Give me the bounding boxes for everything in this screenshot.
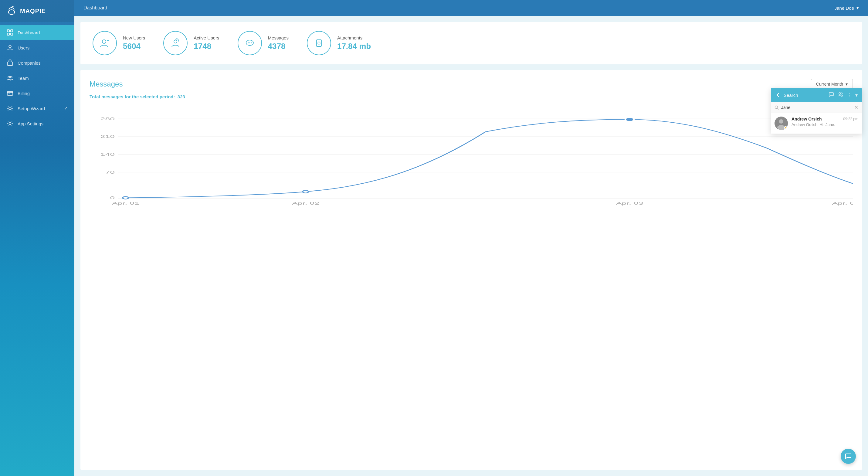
svg-point-21: [248, 42, 249, 43]
svg-rect-4: [11, 33, 13, 35]
sidebar: MAQPIE Dashboard Users Compa: [0, 0, 74, 476]
svg-point-13: [9, 107, 11, 110]
svg-point-14: [9, 123, 11, 125]
messages-section-title: Messages: [90, 80, 123, 88]
svg-text:Apr, 03: Apr, 03: [616, 201, 643, 205]
page-title: Dashboard: [84, 5, 107, 11]
chat-float-button[interactable]: [841, 449, 856, 464]
svg-point-8: [8, 76, 10, 78]
sidebar-item-team[interactable]: Team: [0, 70, 74, 86]
contact-avatar: [775, 117, 788, 130]
svg-point-15: [102, 40, 106, 43]
svg-point-5: [9, 45, 11, 48]
stat-attachments: Attachments 17.84 mb: [307, 31, 371, 55]
chat-back-button[interactable]: [775, 92, 781, 98]
messages-total-value: 323: [178, 94, 185, 99]
svg-rect-2: [11, 30, 13, 32]
sidebar-item-companies[interactable]: Companies: [0, 55, 74, 70]
svg-point-40: [303, 190, 308, 193]
sidebar-item-setup-wizard[interactable]: Setup Wizard ✓: [0, 101, 74, 116]
svg-text:70: 70: [105, 170, 115, 174]
chat-widget: Search: [771, 88, 862, 134]
setup-icon: [7, 105, 13, 112]
chat-header: Search: [771, 88, 862, 102]
date-range: April 01, 2017 – April 05, 2017: [90, 102, 853, 106]
chat-header-icons: ⋮ ▾: [829, 92, 858, 98]
users-icon: [7, 44, 13, 51]
svg-point-9: [10, 76, 12, 78]
sidebar-item-label: Dashboard: [18, 30, 40, 35]
active-users-info: Active Users 1748: [194, 35, 219, 51]
svg-text:210: 210: [100, 135, 115, 139]
sidebar-nav: Dashboard Users Companies Tea: [0, 22, 74, 476]
messages-icon: [238, 31, 262, 55]
messages-label: Messages: [268, 35, 289, 40]
user-menu[interactable]: Jane Doe ▾: [835, 5, 859, 11]
chat-result-header: Andrew Orsich 09:22 pm: [792, 117, 858, 121]
search-icon: [775, 105, 779, 110]
stat-active-users: Active Users 1748: [163, 31, 219, 55]
team-icon: [7, 75, 13, 81]
message-time: 09:22 pm: [843, 117, 858, 121]
messages-value: 4378: [268, 41, 289, 51]
setup-wizard-check-icon: ✓: [64, 106, 68, 111]
svg-point-39: [123, 197, 128, 199]
svg-line-19: [176, 38, 178, 38]
period-selector-label: Current Month: [816, 82, 843, 87]
active-users-value: 1748: [194, 41, 219, 51]
sidebar-item-app-settings[interactable]: App Settings: [0, 116, 74, 131]
sidebar-item-label: Companies: [18, 60, 41, 66]
billing-icon: [7, 90, 13, 96]
chat-search-clear-button[interactable]: ✕: [854, 105, 858, 110]
topbar: Dashboard Jane Doe ▾: [74, 0, 868, 16]
sidebar-item-billing[interactable]: Billing: [0, 86, 74, 101]
new-users-label: New Users: [123, 35, 145, 40]
sidebar-item-users[interactable]: Users: [0, 40, 74, 55]
svg-text:0: 0: [110, 196, 115, 200]
chat-result-info: Andrew Orsich 09:22 pm Andrew Orsich: Hi…: [792, 117, 858, 127]
messages-total-label: Total messages for the selected period:: [90, 94, 175, 99]
svg-point-22: [249, 42, 250, 43]
svg-text:280: 280: [100, 117, 115, 121]
new-users-info: New Users 5604: [123, 35, 145, 51]
chat-group-icon[interactable]: [838, 92, 843, 98]
chat-more-icon[interactable]: ⋮: [847, 92, 851, 98]
logo-text: MAQPIE: [20, 8, 46, 14]
contact-name: Andrew Orsich: [792, 117, 822, 121]
attachments-value: 17.84 mb: [337, 41, 371, 51]
settings-icon: [7, 120, 13, 127]
chat-header-title: Search: [784, 93, 826, 98]
new-users-value: 5604: [123, 41, 145, 51]
stat-new-users: New Users 5604: [93, 31, 145, 55]
user-dropdown-icon: ▾: [857, 5, 859, 11]
chat-search-input[interactable]: [781, 105, 852, 110]
svg-line-49: [778, 108, 779, 109]
svg-text:Apr, 05: Apr, 05: [832, 201, 853, 205]
active-users-label: Active Users: [194, 35, 219, 40]
svg-point-46: [839, 93, 841, 94]
period-selector-button[interactable]: Current Month ▾: [811, 79, 853, 89]
content-area: New Users 5604 Active Users 1748: [74, 16, 868, 476]
maqpie-logo-icon: [6, 5, 17, 17]
logo-area: MAQPIE: [0, 0, 74, 22]
messages-total: Total messages for the selected period: …: [90, 94, 853, 99]
messages-card: Messages Current Month ▾ Total messages …: [81, 70, 862, 470]
sidebar-item-dashboard[interactable]: Dashboard: [0, 25, 74, 40]
svg-text:Apr, 02: Apr, 02: [292, 201, 319, 205]
sidebar-item-label: App Settings: [18, 121, 43, 126]
chat-result-item[interactable]: Andrew Orsich 09:22 pm Andrew Orsich: Hi…: [771, 113, 862, 134]
new-users-icon: [93, 31, 117, 55]
svg-point-18: [174, 40, 177, 43]
chat-message-icon[interactable]: [829, 92, 834, 98]
svg-point-0: [8, 10, 14, 14]
chat-collapse-icon[interactable]: ▾: [855, 92, 858, 98]
svg-text:Apr, 01: Apr, 01: [112, 201, 139, 205]
attachments-icon: [307, 31, 331, 55]
chat-bubble-icon: [845, 453, 852, 460]
chat-search-bar: ✕: [771, 102, 862, 113]
attachments-label: Attachments: [337, 35, 371, 40]
attachments-info: Attachments 17.84 mb: [337, 35, 371, 51]
sidebar-item-label: Team: [18, 76, 29, 81]
sidebar-item-label: Billing: [18, 91, 30, 96]
period-dropdown-icon: ▾: [845, 82, 848, 87]
